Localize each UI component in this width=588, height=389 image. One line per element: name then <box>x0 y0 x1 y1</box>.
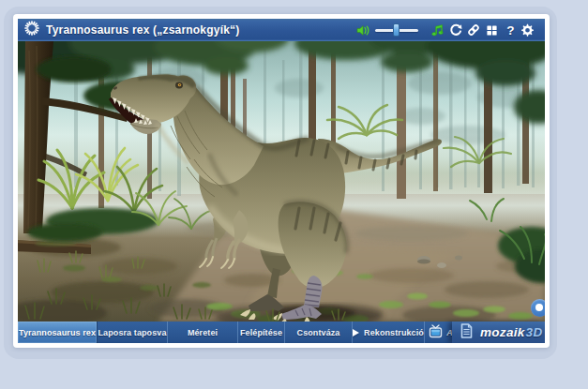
reset-view-icon[interactable] <box>446 23 465 37</box>
tab-meretei[interactable]: Méretei <box>168 322 238 343</box>
tv-icon <box>429 324 443 340</box>
window-title: Tyrannosaurus rex („zsarnokgyík“) <box>46 23 239 37</box>
tab-rekonstrukcio[interactable]: Rekonstrukció <box>353 322 425 343</box>
tab-felepitese[interactable]: Felépítése <box>238 322 285 343</box>
link-icon[interactable] <box>465 23 484 37</box>
tab-laposra-taposva[interactable]: Laposra taposva <box>98 322 168 343</box>
music-icon[interactable] <box>429 23 447 37</box>
brand-panel[interactable]: mozaik3D <box>452 322 545 343</box>
scene-action-button[interactable] <box>531 299 545 317</box>
grid-icon[interactable] <box>483 24 502 37</box>
sun-spinner-icon <box>24 21 39 39</box>
viewer-window: Tyrannosaurus rex („zsarnokgyík“) <box>13 14 550 348</box>
page: { "titlebar": { "title": "Tyrannosaurus … <box>0 0 588 389</box>
tab-tyrannosaurus-rex[interactable]: Tyrannosaurus rex <box>18 322 98 343</box>
play-icon <box>353 329 359 337</box>
tab-csontvaza[interactable]: Csontváza <box>285 322 353 343</box>
document-icon <box>460 323 473 342</box>
scene-viewport[interactable] <box>18 41 545 322</box>
tab-bar: Tyrannosaurus rex Laposra taposva Mérete… <box>18 322 545 343</box>
volume-icon[interactable] <box>356 24 370 37</box>
scene-illustration <box>18 41 545 322</box>
volume-slider[interactable] <box>375 23 418 37</box>
volume-slider-handle[interactable] <box>393 23 400 37</box>
mozaik3d-logo: mozaik3D <box>480 325 542 339</box>
help-icon[interactable]: ? <box>502 23 520 37</box>
scene-action-button-dot <box>535 304 543 311</box>
tab-animacio[interactable]: A <box>425 322 452 343</box>
title-bar: Tyrannosaurus rex („zsarnokgyík“) <box>18 19 545 41</box>
settings-gear-icon[interactable] <box>520 23 535 37</box>
